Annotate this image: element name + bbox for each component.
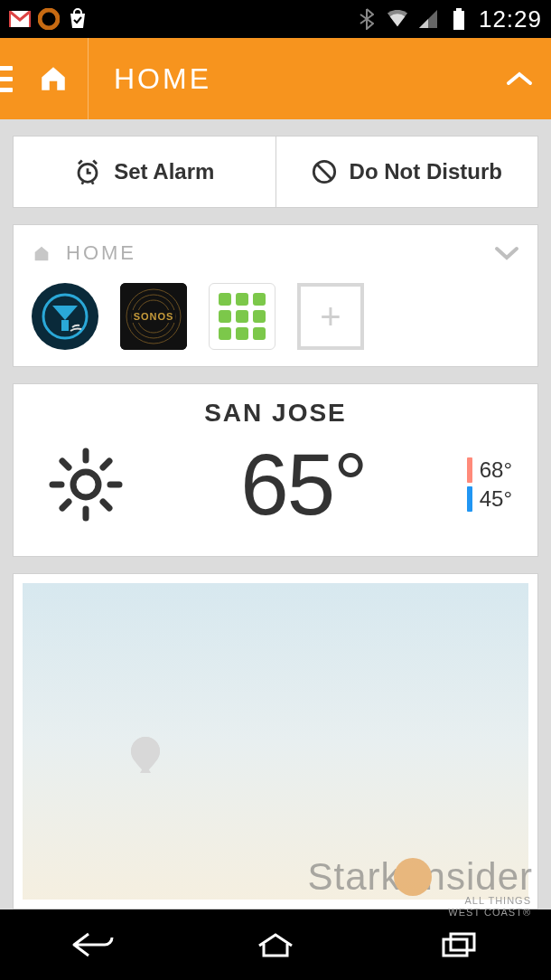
- set-alarm-button[interactable]: Set Alarm: [14, 137, 276, 207]
- home-icon: [32, 243, 51, 263]
- header-title: HOME: [89, 62, 488, 96]
- status-clock: 12:29: [479, 5, 542, 33]
- svg-rect-22: [444, 939, 467, 956]
- bluetooth-icon: [356, 8, 378, 30]
- recents-button[interactable]: [434, 927, 484, 963]
- svg-point-1: [40, 10, 58, 28]
- do-not-disturb-icon: [312, 159, 337, 184]
- content-area: Set Alarm Do Not Disturb HOME: [0, 119, 551, 909]
- devices-card: HOME SONOS: [13, 224, 538, 367]
- home-button[interactable]: [18, 38, 89, 119]
- device-tile-grid[interactable]: [209, 283, 276, 350]
- menu-button[interactable]: [0, 38, 18, 119]
- home-icon: [38, 63, 69, 94]
- android-nav-bar: [0, 909, 551, 980]
- watermark-sub1: ALL THINGS: [448, 895, 531, 907]
- cell-signal-icon: [417, 8, 439, 30]
- sun-icon: [32, 444, 140, 525]
- svg-line-18: [62, 461, 69, 467]
- shopping-bag-icon: [67, 8, 89, 30]
- weather-city: SAN JOSE: [32, 399, 519, 428]
- watermark-sub2: WEST COAST®: [448, 907, 531, 919]
- alarm-clock-icon: [74, 158, 101, 185]
- weather-low-value: 45°: [480, 486, 512, 512]
- yonomi-icon: [40, 291, 90, 342]
- watermark-sub: ALL THINGS WEST COAST®: [448, 895, 531, 919]
- app-header: HOME: [0, 38, 551, 119]
- set-alarm-label: Set Alarm: [114, 159, 214, 184]
- device-tile-yonomi[interactable]: [32, 283, 98, 350]
- svg-rect-3: [453, 11, 464, 30]
- dnd-label: Do Not Disturb: [350, 159, 502, 184]
- watermark-brand-a: Stark: [308, 855, 401, 899]
- gmail-icon: [9, 8, 31, 30]
- devices-header[interactable]: HOME: [32, 241, 519, 265]
- sonos-label: SONOS: [132, 310, 176, 323]
- do-not-disturb-button[interactable]: Do Not Disturb: [276, 137, 538, 207]
- device-tiles: SONOS +: [32, 283, 519, 350]
- quick-actions: Set Alarm Do Not Disturb: [13, 136, 538, 208]
- wifi-icon: [387, 8, 408, 30]
- add-device-button[interactable]: +: [297, 283, 364, 350]
- back-button[interactable]: [67, 927, 117, 963]
- weather-high: 68°: [467, 457, 512, 483]
- home-nav-button[interactable]: [250, 927, 301, 963]
- weather-high-value: 68°: [480, 457, 512, 483]
- svg-line-20: [103, 461, 109, 467]
- header-collapse-button[interactable]: [488, 71, 551, 87]
- svg-line-19: [103, 502, 109, 508]
- chevron-down-icon: [494, 246, 519, 260]
- android-status-bar: 12:29: [0, 0, 551, 38]
- svg-rect-23: [451, 934, 474, 950]
- watermark-brand-b: nsider: [425, 855, 533, 899]
- svg-rect-2: [456, 8, 462, 11]
- svg-line-21: [62, 502, 69, 508]
- device-tile-sonos[interactable]: SONOS: [120, 283, 187, 350]
- weather-temp: 65°: [140, 435, 467, 534]
- svg-line-6: [316, 165, 331, 179]
- circle-app-icon: [38, 8, 60, 30]
- grid-icon: [219, 293, 266, 340]
- weather-card[interactable]: SAN JOSE 65° 68° 45°: [13, 383, 538, 557]
- svg-point-13: [73, 472, 98, 497]
- battery-icon: [448, 8, 470, 30]
- weather-low: 45°: [467, 486, 512, 512]
- watermark: Stark nsider: [308, 855, 533, 899]
- map-pin-icon: [131, 737, 160, 773]
- chevron-up-icon: [506, 71, 533, 87]
- devices-title: HOME: [66, 241, 480, 265]
- watermark-dot-icon: [394, 858, 432, 896]
